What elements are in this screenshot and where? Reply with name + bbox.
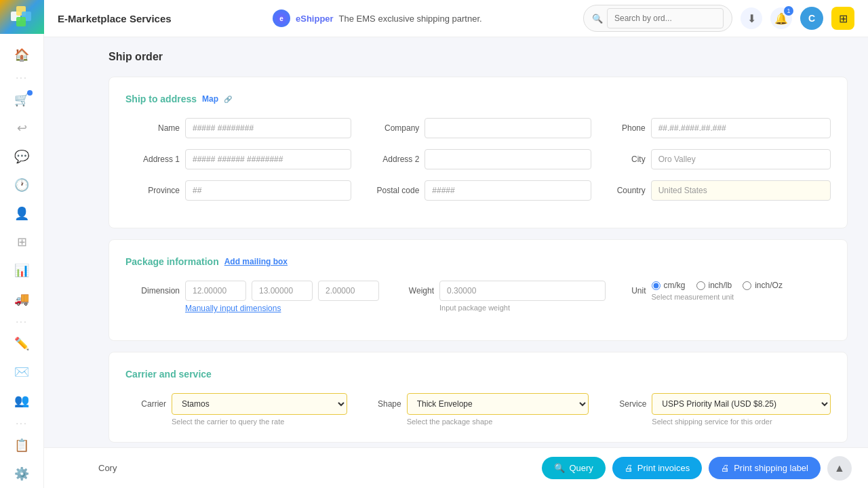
carrier-col: Carrier Stamos Select the carrier to que… xyxy=(125,393,347,426)
header: E-Marketplace Services e eShipper The EM… xyxy=(44,0,868,37)
sidebar-item-users[interactable]: 👤 xyxy=(8,201,35,226)
unit-inchlb[interactable]: inch/lb xyxy=(696,281,732,290)
sidebar-item-history[interactable]: 🕐 xyxy=(8,173,35,197)
unit-inchoz[interactable]: inch/Oz xyxy=(743,281,783,290)
service-helper: Select shipping service for this order xyxy=(652,418,831,426)
address-row-1: Name Company Phone xyxy=(125,118,831,138)
phone-input[interactable] xyxy=(651,118,831,138)
country-label: Country xyxy=(605,186,646,195)
sidebar-item-settings[interactable]: ⚙️ xyxy=(8,462,35,486)
unit-label: Unit xyxy=(619,281,646,296)
sidebar-item-profile[interactable]: 👥 xyxy=(8,388,35,413)
service-select[interactable]: USPS Priority Mail (USD $8.25) xyxy=(652,393,831,415)
avatar-initials: C xyxy=(808,13,815,24)
shape-label: Shape xyxy=(368,399,401,409)
search-input[interactable] xyxy=(607,8,724,28)
postal-code-input[interactable] xyxy=(425,180,591,201)
sidebar-item-reports[interactable]: 📋 xyxy=(8,433,35,458)
city-label: City xyxy=(605,155,646,164)
carrier-helper: Select the carrier to query the rate xyxy=(172,418,347,426)
carrier-label: Carrier xyxy=(125,399,166,409)
weight-input[interactable] xyxy=(439,281,606,301)
dim1-input[interactable] xyxy=(185,281,246,301)
sidebar-dots-1: ··· xyxy=(16,72,28,83)
city-input[interactable] xyxy=(651,149,831,169)
province-input[interactable] xyxy=(185,180,351,201)
sidebar-item-grid[interactable]: ⊞ xyxy=(8,230,35,254)
company-label: Company xyxy=(365,123,419,133)
page-title: Ship order xyxy=(108,51,848,63)
sidebar-dots-2: ··· xyxy=(16,316,28,327)
unit-radio-group: cm/kg inch/lb inch/Oz xyxy=(652,281,831,290)
address2-input[interactable] xyxy=(425,149,591,169)
address1-label: Address 1 xyxy=(125,155,180,164)
sidebar-dots-3: ··· xyxy=(16,418,28,428)
shape-col: Shape Thick Envelope Select the package … xyxy=(368,393,589,426)
carrier-grid: Carrier Stamos Select the carrier to que… xyxy=(125,393,831,426)
add-mailing-box-link[interactable]: Add mailing box xyxy=(224,257,288,266)
phone-label: Phone xyxy=(605,123,646,133)
dim2-input[interactable] xyxy=(252,281,313,301)
download-icon: ⬇ xyxy=(747,12,756,25)
avatar-button[interactable]: C xyxy=(800,7,823,30)
ship-to-address-section: Ship to address Map 🔗 Name Company Phone… xyxy=(108,77,848,228)
app-logo[interactable] xyxy=(0,0,44,34)
scroll-to-top-button[interactable]: ▲ xyxy=(827,456,852,481)
bottom-action-bar: Cory 🔍 Query 🖨 Print invoices 🖨 Print sh… xyxy=(44,447,868,488)
user-name: Cory xyxy=(98,463,117,473)
address1-input[interactable] xyxy=(185,149,351,169)
query-button[interactable]: 🔍 Query xyxy=(542,457,605,479)
country-input[interactable] xyxy=(651,180,831,201)
package-info-section: Package information Add mailing box Dime… xyxy=(108,239,848,341)
manual-dims-link[interactable]: Manually input dimensions xyxy=(185,304,380,313)
header-center: e eShipper The EMS exclusive shipping pa… xyxy=(172,9,583,27)
shape-helper: Select the package shape xyxy=(407,418,589,426)
province-label: Province xyxy=(125,186,180,195)
weight-helper: Input package weight xyxy=(439,304,606,312)
carrier-select[interactable]: Stamos xyxy=(172,393,347,415)
print-invoices-button[interactable]: 🖨 Print invoices xyxy=(612,457,702,479)
unit-cmkg[interactable]: cm/kg xyxy=(652,281,686,290)
sidebar-item-analytics[interactable]: 📊 xyxy=(8,258,35,283)
service-label: Service xyxy=(609,399,646,409)
app-title: E-Marketplace Services xyxy=(58,13,172,24)
eshipper-brand: eShipper xyxy=(296,14,334,24)
carrier-service-section: Carrier and service Carrier Stamos Selec… xyxy=(108,352,848,443)
sidebar-item-mail[interactable]: ✉️ xyxy=(8,360,35,384)
address2-label: Address 2 xyxy=(365,155,419,164)
carrier-service-title: Carrier and service xyxy=(125,369,831,380)
sidebar-item-home[interactable]: 🏠 xyxy=(8,43,35,67)
grid-menu-button[interactable]: ⊞ xyxy=(831,7,854,30)
shape-select[interactable]: Thick Envelope xyxy=(407,393,589,415)
address-row-3: Province Postal code Country xyxy=(125,180,831,201)
sidebar-item-orders[interactable]: 🛒 xyxy=(8,87,35,112)
grid-icon: ⊞ xyxy=(839,12,848,25)
weight-label: Weight xyxy=(393,281,434,296)
search-box[interactable]: 🔍 xyxy=(583,5,732,32)
sidebar-item-shipping[interactable]: 🚚 xyxy=(8,287,35,311)
sidebar-item-edit[interactable]: ✏️ xyxy=(8,331,35,356)
search-icon: 🔍 xyxy=(554,463,565,473)
ship-to-address-title: Ship to address Map 🔗 xyxy=(125,94,831,104)
print-shipping-label-button[interactable]: 🖨 Print shipping label xyxy=(709,457,821,479)
sidebar: 🏠 ··· 🛒 ↩ 💬 🕐 👤 ⊞ 📊 🚚 ··· ✏️ ✉️ 👥 ··· 📋 … xyxy=(0,0,44,488)
external-link-icon: 🔗 xyxy=(224,96,232,103)
dimension-label: Dimension xyxy=(125,281,180,296)
search-icon: 🔍 xyxy=(592,14,603,24)
company-input[interactable] xyxy=(425,118,591,138)
notifications-button[interactable]: 🔔 1 xyxy=(770,7,792,29)
download-button[interactable]: ⬇ xyxy=(741,7,762,29)
name-label: Name xyxy=(125,123,180,133)
svg-rect-3 xyxy=(16,17,26,26)
sidebar-item-returns[interactable]: ↩ xyxy=(8,116,35,140)
dim3-input[interactable] xyxy=(318,281,379,301)
map-link[interactable]: Map xyxy=(202,94,218,104)
eshipper-tagline: The EMS exclusive shipping partner. xyxy=(339,14,482,24)
package-dims-row: Dimension Manually input dimensions Weig… xyxy=(125,281,831,313)
sidebar-item-messages[interactable]: 💬 xyxy=(8,144,35,169)
package-info-title: Package information Add mailing box xyxy=(125,256,831,267)
name-input[interactable] xyxy=(185,118,351,138)
notification-badge: 1 xyxy=(784,6,793,16)
header-right: 🔍 ⬇ 🔔 1 C ⊞ xyxy=(583,5,854,32)
label-icon: 🖨 xyxy=(721,463,730,473)
